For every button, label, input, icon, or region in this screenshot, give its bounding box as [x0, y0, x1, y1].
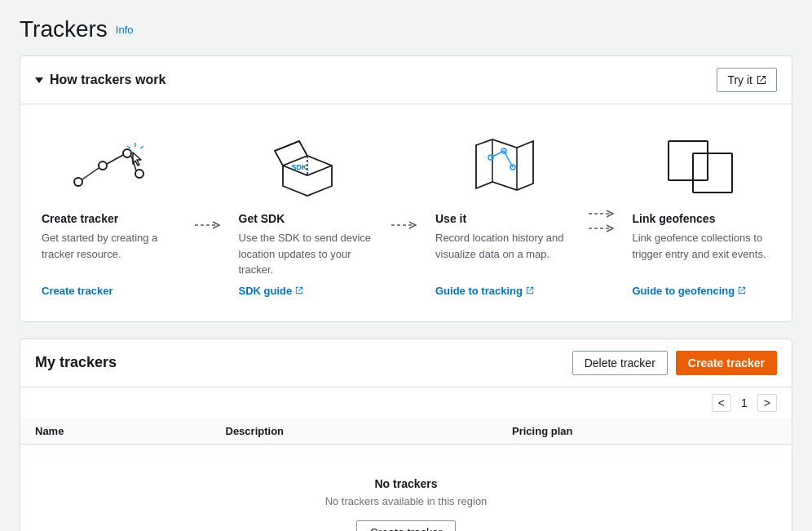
map-icon — [468, 133, 541, 198]
svg-point-0 — [74, 178, 82, 186]
arrow-3 — [587, 121, 620, 305]
empty-state: No trackers No trackers available in thi… — [35, 453, 777, 532]
step-1-desc: Get started by creating a tracker resour… — [42, 230, 180, 278]
trackers-table: Name Description Pricing plan No tracker… — [20, 418, 792, 532]
col-pricing: Pricing plan — [497, 418, 792, 445]
step-4-title: Link geofences — [633, 212, 771, 225]
step-4-desc: Link geofence collections to trigger ent… — [633, 230, 771, 278]
step-get-sdk: SDK Get SDK Use the SDK to send device l… — [226, 121, 391, 305]
create-tracker-header-button[interactable]: Create tracker — [676, 351, 777, 375]
col-name: Name — [20, 418, 211, 445]
step-4-link[interactable]: Guide to geofencing — [633, 285, 771, 297]
how-trackers-title: How trackers work — [35, 73, 165, 87]
current-page: 1 — [736, 395, 752, 411]
collapse-icon[interactable] — [35, 77, 43, 83]
step-link-geofences: Link geofences Link geofence collections… — [620, 121, 784, 305]
geofence-icon — [660, 133, 742, 198]
try-it-button[interactable]: Try it — [717, 68, 777, 92]
create-tracker-empty-button[interactable]: Create tracker — [356, 520, 457, 532]
prev-page-button[interactable]: < — [712, 394, 731, 412]
step-create-tracker: Create tracker Get started by creating a… — [29, 121, 193, 305]
create-tracker-icon — [62, 133, 160, 198]
how-trackers-header: How trackers work Try it — [20, 56, 792, 104]
table-empty-row: No trackers No trackers available in thi… — [20, 444, 792, 531]
how-trackers-section: How trackers work Try it — [20, 55, 792, 322]
step-1-icon-area — [42, 129, 180, 202]
arrow-1 — [193, 121, 226, 305]
pagination-row: < 1 > — [20, 387, 792, 418]
svg-point-1 — [99, 162, 107, 170]
step-3-desc: Record location history and visualize da… — [435, 230, 574, 278]
empty-title: No trackers — [50, 477, 762, 490]
col-description: Description — [211, 418, 498, 445]
delete-tracker-button[interactable]: Delete tracker — [572, 351, 668, 375]
empty-desc: No trackers available in this region — [50, 495, 762, 507]
step-1-title: Create tracker — [42, 212, 180, 225]
my-trackers-section: My trackers Delete tracker Create tracke… — [20, 339, 792, 532]
trackers-header: My trackers Delete tracker Create tracke… — [20, 339, 792, 387]
external-icon-2 — [295, 286, 303, 294]
step-3-link[interactable]: Guide to tracking — [435, 285, 574, 297]
svg-line-9 — [127, 146, 130, 148]
step-2-desc: Use the SDK to send device location upda… — [239, 230, 377, 278]
step-2-icon-area: SDK — [239, 129, 377, 202]
table-header-row: Name Description Pricing plan — [20, 418, 792, 445]
svg-rect-20 — [669, 141, 708, 180]
svg-point-2 — [123, 149, 131, 157]
step-2-link[interactable]: SDK guide — [239, 285, 377, 297]
info-link[interactable]: Info — [116, 24, 134, 36]
next-page-button[interactable]: > — [757, 394, 777, 412]
sdk-box-icon: SDK — [271, 133, 344, 198]
external-icon-4 — [738, 286, 746, 294]
step-use-it: Use it Record location history and visua… — [422, 121, 587, 305]
step-1-link[interactable]: Create tracker — [42, 285, 180, 297]
svg-rect-21 — [693, 153, 732, 192]
external-link-icon — [757, 75, 766, 85]
external-icon-3 — [526, 286, 534, 294]
step-3-icon-area — [435, 129, 574, 202]
empty-state-cell: No trackers No trackers available in thi… — [20, 444, 792, 531]
step-3-title: Use it — [435, 212, 574, 225]
svg-point-3 — [135, 170, 143, 178]
step-2-title: Get SDK — [239, 212, 377, 225]
trackers-title: My trackers — [35, 354, 117, 371]
svg-line-8 — [140, 146, 143, 148]
page-title: Trackers — [20, 16, 108, 42]
header-actions: Delete tracker Create tracker — [572, 351, 777, 375]
svg-text:SDK: SDK — [292, 163, 308, 171]
svg-line-4 — [82, 168, 99, 179]
svg-line-5 — [107, 155, 123, 164]
step-4-icon-area — [633, 129, 771, 202]
arrow-2 — [390, 121, 422, 305]
